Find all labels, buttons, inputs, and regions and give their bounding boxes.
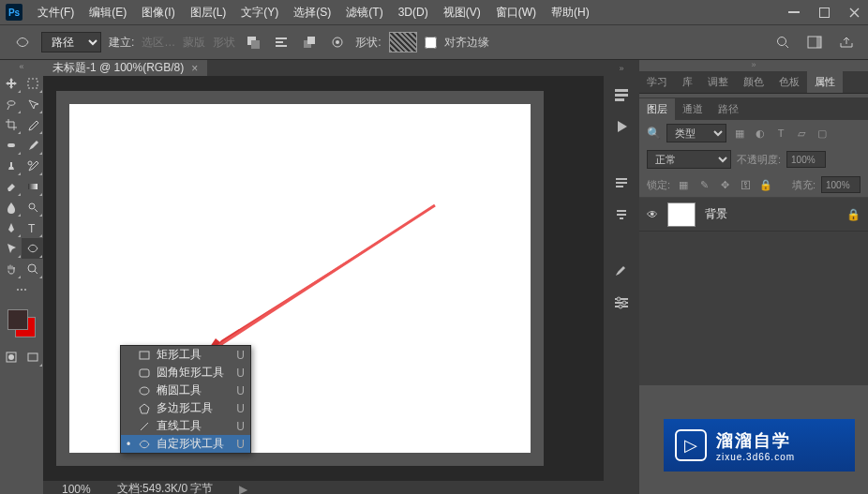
screenmode-tool[interactable] (22, 347, 43, 367)
toolbox-collapse[interactable]: « (0, 62, 43, 73)
make-shape[interactable]: 形状 (213, 35, 235, 51)
filter-type-icon[interactable]: T (773, 126, 788, 141)
fg-color[interactable] (7, 309, 28, 330)
paragraph-panel-icon[interactable] (609, 171, 634, 195)
menu-type[interactable]: 文字(Y) (233, 5, 286, 21)
crop-tool[interactable] (0, 114, 22, 135)
document-tab[interactable]: 未标题-1 @ 100%(RGB/8) × (43, 60, 207, 76)
menu-filter[interactable]: 滤镜(T) (338, 5, 390, 21)
layer-row-background[interactable]: 👁 背景 🔒 (639, 198, 868, 232)
edit-toolbar[interactable]: ⋯ (0, 279, 43, 300)
blend-mode-select[interactable]: 正常 (647, 150, 731, 169)
eyedropper-tool[interactable] (22, 114, 43, 135)
maximize-button[interactable] (816, 6, 832, 19)
visibility-icon[interactable]: 👁 (647, 208, 658, 221)
menu-window[interactable]: 窗口(W) (488, 5, 544, 21)
type-tool[interactable]: T (22, 217, 43, 238)
close-button[interactable] (846, 6, 862, 19)
color-swatches[interactable] (4, 306, 39, 341)
share-icon[interactable] (836, 32, 857, 52)
menu-edit[interactable]: 编辑(E) (82, 5, 134, 21)
flyout-custom-shape[interactable]: •自定形状工具U (121, 435, 250, 453)
opacity-field[interactable] (786, 151, 826, 168)
tab-color[interactable]: 颜色 (736, 71, 771, 93)
play-icon[interactable] (609, 114, 634, 139)
flyout-rectangle[interactable]: 矩形工具U (121, 346, 250, 364)
flyout-polygon[interactable]: 多边形工具U (121, 399, 250, 417)
tab-libraries[interactable]: 库 (675, 71, 700, 93)
brush-panel-icon[interactable] (609, 259, 634, 283)
hand-tool[interactable] (0, 259, 22, 279)
dodge-tool[interactable] (22, 197, 43, 217)
menu-view[interactable]: 视图(V) (436, 5, 488, 21)
gear-icon[interactable] (327, 32, 348, 52)
stamp-tool[interactable] (0, 156, 22, 176)
adjust-panel-icon[interactable] (609, 291, 634, 315)
move-tool[interactable] (0, 73, 22, 94)
pen-tool[interactable] (0, 217, 22, 238)
fill-field[interactable] (821, 176, 861, 193)
tab-paths[interactable]: 路径 (711, 98, 746, 120)
tab-layers[interactable]: 图层 (639, 98, 675, 120)
lock-all-icon[interactable]: 🔒 (758, 177, 773, 192)
lock-trans-icon[interactable]: ▦ (676, 177, 691, 192)
tab-learn[interactable]: 学习 (639, 71, 675, 93)
shape-tool[interactable] (22, 238, 43, 259)
shape-preview[interactable] (389, 32, 417, 52)
flyout-ellipse[interactable]: 椭圆工具U (121, 382, 250, 399)
filter-shape-icon[interactable]: ▱ (794, 126, 809, 141)
tab-adjustments[interactable]: 调整 (700, 71, 736, 93)
menu-help[interactable]: 帮助(H) (544, 5, 597, 21)
align-edges-checkbox[interactable] (425, 37, 437, 49)
search-icon[interactable] (772, 32, 793, 52)
dock-collapse[interactable]: » (619, 64, 623, 75)
history-panel-icon[interactable] (609, 82, 634, 107)
panel-collapse[interactable]: » (639, 60, 868, 71)
lock-nest-icon[interactable]: ⚿ (738, 177, 753, 192)
character-panel-icon[interactable] (609, 202, 634, 227)
tab-properties[interactable]: 属性 (807, 71, 843, 93)
lock-icon[interactable]: 🔒 (846, 208, 861, 221)
filter-adjust-icon[interactable]: ◐ (753, 126, 768, 141)
make-mask[interactable]: 蒙版 (183, 35, 205, 51)
zoom-level[interactable]: 100% (62, 483, 91, 495)
brush-tool[interactable] (22, 135, 43, 156)
artboard-tool[interactable] (22, 73, 43, 94)
align-icon[interactable] (271, 32, 292, 52)
gradient-tool[interactable] (22, 176, 43, 197)
collapsed-panel-dock: » (604, 60, 639, 494)
history-brush-tool[interactable] (22, 156, 43, 176)
tab-channels[interactable]: 通道 (675, 98, 711, 120)
path-op-icon[interactable] (243, 32, 263, 52)
arrange-icon[interactable] (299, 32, 320, 52)
lock-pos-icon[interactable]: ✥ (717, 177, 732, 192)
menu-3d[interactable]: 3D(D) (391, 6, 436, 19)
menu-file[interactable]: 文件(F) (30, 5, 82, 21)
menu-image[interactable]: 图像(I) (134, 5, 182, 21)
eraser-tool[interactable] (0, 176, 22, 197)
filter-smart-icon[interactable]: ▢ (815, 126, 830, 141)
quickmask-tool[interactable] (0, 347, 22, 367)
svg-rect-32 (615, 98, 624, 101)
lock-paint-icon[interactable]: ✎ (696, 177, 711, 192)
tool-preset-icon[interactable] (11, 33, 34, 52)
make-selection[interactable]: 选区… (142, 35, 175, 51)
lasso-tool[interactable] (0, 94, 22, 114)
zoom-tool[interactable] (22, 259, 43, 279)
menu-layer[interactable]: 图层(L) (183, 5, 234, 21)
close-tab-icon[interactable]: × (191, 62, 198, 75)
menu-select[interactable]: 选择(S) (286, 5, 338, 21)
path-select-tool[interactable] (0, 238, 22, 259)
minimize-button[interactable] (786, 6, 802, 19)
workspace-icon[interactable] (804, 32, 825, 52)
heal-tool[interactable] (0, 135, 22, 156)
mode-select[interactable]: 路径 (41, 32, 101, 52)
layer-thumbnail[interactable] (667, 202, 696, 227)
layer-filter-select[interactable]: 类型 (666, 124, 726, 142)
filter-image-icon[interactable]: ▦ (732, 126, 747, 141)
flyout-rounded-rect[interactable]: 圆角矩形工具U (121, 364, 250, 382)
tab-swatches[interactable]: 色板 (771, 71, 807, 93)
flyout-line[interactable]: 直线工具U (121, 417, 250, 435)
blur-tool[interactable] (0, 197, 22, 217)
quick-select-tool[interactable] (22, 94, 43, 114)
